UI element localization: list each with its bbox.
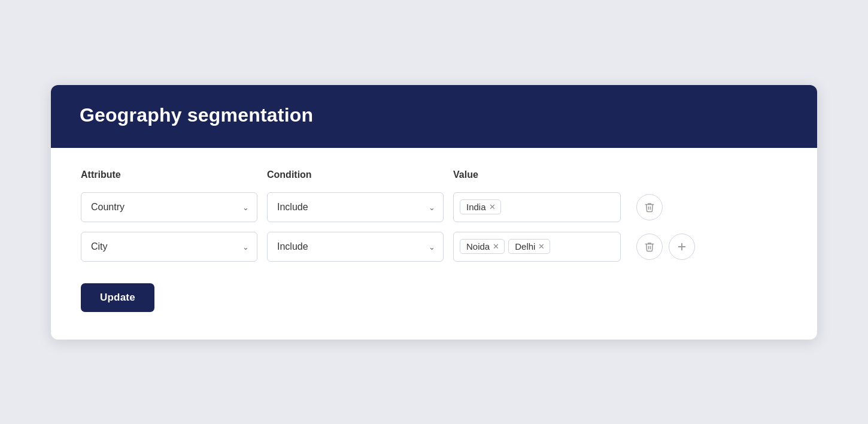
tag-delhi: Delhi ✕ [508,239,550,254]
attribute-select-wrapper-1: Country City Region State ⌄ [81,192,257,222]
main-card: Geography segmentation Attribute Conditi… [51,85,817,340]
tag-delhi-remove[interactable]: ✕ [538,243,545,250]
condition-select-1[interactable]: Include Exclude [267,192,444,222]
add-row-button[interactable] [669,234,695,260]
col-header-value: Value [453,169,621,180]
delete-row-2-button[interactable] [636,234,663,260]
condition-select-wrapper-2: Include Exclude ⌄ [267,232,444,262]
col-header-attribute: Attribute [81,169,257,180]
card-body: Attribute Condition Value Country City R… [52,148,816,338]
tag-noida-remove[interactable]: ✕ [493,243,499,250]
tag-india: India ✕ [460,199,501,214]
action-buttons-2 [636,234,695,260]
action-buttons-1 [636,194,663,220]
attribute-select-1[interactable]: Country City Region State [81,192,257,222]
tag-noida: Noida ✕ [460,239,505,254]
card-header: Geography segmentation [51,85,817,148]
columns-header: Attribute Condition Value [81,169,787,180]
attribute-select-wrapper-2: Country City Region State ⌄ [81,232,257,262]
value-field-1[interactable]: India ✕ [453,192,621,222]
filter-row-2: Country City Region State ⌄ Include Excl… [81,232,787,262]
tag-india-label: India [466,202,486,212]
condition-select-wrapper-1: Include Exclude ⌄ [267,192,444,222]
filter-row-1: Country City Region State ⌄ Include Excl… [81,192,787,222]
delete-row-1-button[interactable] [636,194,663,220]
page-title: Geography segmentation [80,104,788,126]
value-field-2[interactable]: Noida ✕ Delhi ✕ [453,232,621,262]
condition-select-2[interactable]: Include Exclude [267,232,444,262]
tag-delhi-label: Delhi [515,241,535,252]
attribute-select-2[interactable]: Country City Region State [81,232,257,262]
update-button[interactable]: Update [81,283,154,312]
tag-noida-label: Noida [466,241,490,252]
col-header-condition: Condition [267,169,444,180]
tag-india-remove[interactable]: ✕ [489,203,496,211]
